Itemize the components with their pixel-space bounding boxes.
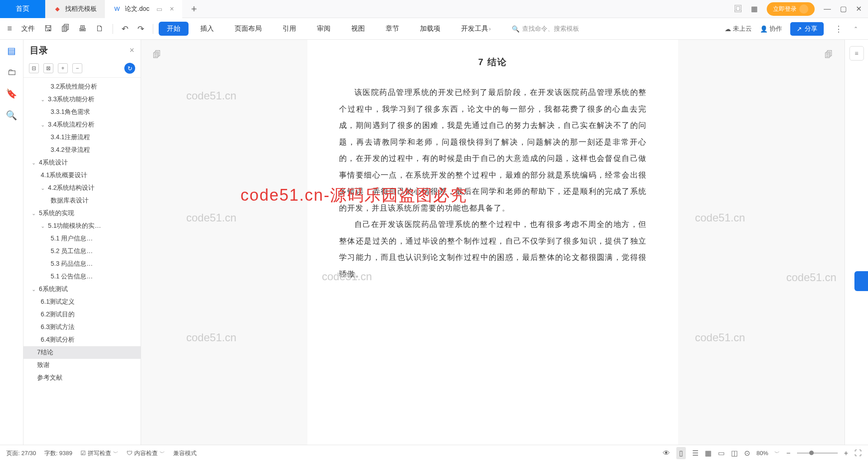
maximize-icon[interactable]: ▢ (840, 5, 847, 13)
toc-item[interactable]: 3.3.1角色需求 (24, 106, 141, 118)
read-view-icon[interactable]: ▭ (718, 449, 725, 457)
menu-view[interactable]: 视图 (342, 24, 374, 33)
command-search[interactable]: 🔍 查找命令、搜索模板 (512, 25, 579, 33)
toc-item[interactable]: 5.2 员工信息… (24, 245, 141, 258)
minimize-icon[interactable]: — (824, 5, 831, 13)
toc-item[interactable]: 参考文献 (24, 372, 141, 384)
layout-1-icon[interactable]: ⿴ (735, 5, 742, 13)
toc-item[interactable]: 数据库表设计 (24, 194, 141, 207)
save-as-icon[interactable]: 🗐 (58, 24, 73, 33)
close-icon[interactable]: × (170, 5, 174, 13)
tab-home[interactable]: 首页 (0, 0, 45, 18)
collapse-all-icon[interactable]: ⊟ (29, 63, 39, 73)
toc-item[interactable]: 7结论 (24, 346, 141, 359)
chevron-down-icon[interactable]: ﹀ (774, 449, 780, 457)
bookmark-icon[interactable]: 🔖 (6, 88, 17, 99)
toc-item[interactable]: ⌄4系统设计 (24, 156, 141, 169)
menu-section[interactable]: 章节 (377, 24, 408, 33)
add-item-icon[interactable]: + (58, 63, 68, 73)
doc-options-left-icon[interactable]: 🗐 (150, 48, 164, 61)
outline-panel: 目录 × ⊟ ⊠ + − ↻ 3.2系统性能分析⌄3.3系统功能分析3.3.1角… (24, 40, 141, 445)
login-button[interactable]: 立即登录 (767, 2, 815, 16)
toc-list[interactable]: 3.2系统性能分析⌄3.3系统功能分析3.3.1角色需求⌄3.4系统流程分析3.… (24, 78, 141, 445)
menu-start[interactable]: 开始 (159, 22, 189, 36)
audit-icon: 🛡 (127, 450, 132, 456)
tab-templates[interactable]: ◆ 找稻壳模板 (45, 0, 105, 18)
collapse-ribbon-icon[interactable]: ⌃ (854, 26, 858, 32)
menu-file[interactable]: 文件 (18, 24, 38, 33)
close-window-icon[interactable]: ✕ (856, 5, 862, 13)
side-drawer-handle[interactable] (854, 271, 868, 291)
toc-item[interactable]: ⌄3.3系统功能分析 (24, 93, 141, 106)
cast-icon[interactable]: ▭ (156, 5, 162, 13)
fullscreen-icon[interactable]: ⛶ (854, 449, 862, 457)
toc-item[interactable]: ⌄4.2系统结构设计 (24, 182, 141, 194)
new-tab-button[interactable]: + (182, 3, 206, 15)
toc-item[interactable]: ⌄6系统测试 (24, 283, 141, 296)
menu-addins[interactable]: 加载项 (411, 24, 449, 33)
save-icon[interactable]: 🖫 (41, 24, 56, 33)
document-area[interactable]: 🗐 🗐 7 结论 该医院药品管理系统的开发已经到了最后阶段，在开发该医院药品管理… (141, 40, 844, 445)
toc-item[interactable]: 5.3 药品信息… (24, 258, 141, 270)
undo-icon[interactable]: ↶ (118, 24, 132, 34)
menu-reference[interactable]: 引用 (274, 24, 305, 33)
status-wordcount[interactable]: 字数: 9389 (44, 449, 72, 457)
toc-item[interactable]: 4.1系统概要设计 (24, 169, 141, 182)
toc-item-label: 4.2系统结构设计 (48, 184, 94, 192)
hamburger-icon[interactable]: ≡ (5, 24, 15, 33)
kebab-icon[interactable]: ⋮ (832, 24, 845, 34)
avatar-icon (799, 5, 808, 14)
toc-item[interactable]: 致谢 (24, 359, 141, 372)
menu-insert[interactable]: 插入 (191, 24, 223, 33)
toc-item[interactable]: ⌄5系统的实现 (24, 207, 141, 220)
print-preview-icon[interactable]: 🗋 (93, 24, 107, 33)
toc-item[interactable]: ⌄5.1功能模块的实… (24, 220, 141, 232)
zoom-out-icon[interactable]: − (786, 449, 790, 457)
tab-document[interactable]: W 论文.doc ▭ × (105, 0, 182, 18)
toc-item[interactable]: 5.1 公告信息… (24, 270, 141, 283)
redo-icon[interactable]: ↷ (134, 24, 147, 34)
toc-item[interactable]: 3.4.2登录流程 (24, 144, 141, 156)
outline-icon[interactable]: ▤ (7, 45, 16, 56)
status-spellcheck[interactable]: ☑拼写检查 ﹀ (80, 449, 118, 457)
page-view-icon[interactable]: ▯ (676, 447, 686, 459)
collab-button[interactable]: 👤协作 (760, 25, 782, 33)
toc-item[interactable]: 6.3测试方法 (24, 321, 141, 334)
refresh-toc-icon[interactable]: ↻ (124, 63, 135, 74)
status-page[interactable]: 页面: 27/30 (6, 449, 36, 457)
apps-icon[interactable]: ▦ (751, 5, 758, 13)
clipboard-icon[interactable]: 🗀 (7, 67, 16, 77)
share-button[interactable]: ↗分享 (790, 22, 824, 36)
expand-all-icon[interactable]: ⊠ (43, 63, 53, 73)
tab-home-label: 首页 (16, 5, 29, 13)
status-contentcheck[interactable]: 🛡内容检查 ﹀ (127, 449, 165, 457)
tab-label: 找稻壳模板 (65, 5, 97, 13)
menu-devtools[interactable]: 开发工具› (452, 24, 500, 33)
zoom-slider[interactable] (797, 452, 838, 454)
eye-icon[interactable]: 👁 (663, 449, 670, 457)
focus-view-icon[interactable]: ◫ (731, 449, 738, 457)
zoom-level[interactable]: 80% (756, 450, 768, 456)
toc-item[interactable]: 3.2系统性能分析 (24, 80, 141, 93)
doc-options-right-icon[interactable]: 🗐 (822, 48, 835, 61)
toc-item-label: 7结论 (37, 348, 53, 357)
cloud-status[interactable]: ☁未上云 (725, 25, 752, 33)
outline-view-icon[interactable]: ☰ (692, 449, 698, 457)
zoom-in-icon[interactable]: + (844, 449, 848, 457)
toc-item[interactable]: 3.4.1注册流程 (24, 131, 141, 144)
menu-pagelayout[interactable]: 页面布局 (226, 24, 271, 33)
menu-review[interactable]: 审阅 (308, 24, 340, 33)
right-panel-toggle-icon[interactable]: ≡ (849, 46, 864, 61)
web-view-icon[interactable]: ▦ (705, 449, 712, 457)
remove-item-icon[interactable]: − (72, 63, 82, 73)
toc-item[interactable]: ⌄3.4系统流程分析 (24, 118, 141, 131)
print-icon[interactable]: 🖶 (75, 24, 90, 33)
toc-item[interactable]: 6.1测试定义 (24, 296, 141, 308)
search-panel-icon[interactable]: 🔍 (6, 110, 17, 121)
zoom-reset-icon[interactable]: ⊙ (744, 449, 750, 457)
toc-item[interactable]: 5.1 用户信息… (24, 232, 141, 245)
close-panel-icon[interactable]: × (129, 46, 134, 55)
toc-item[interactable]: 6.4测试分析 (24, 334, 141, 346)
chevron-down-icon: ⌄ (41, 223, 46, 229)
toc-item[interactable]: 6.2测试目的 (24, 308, 141, 321)
